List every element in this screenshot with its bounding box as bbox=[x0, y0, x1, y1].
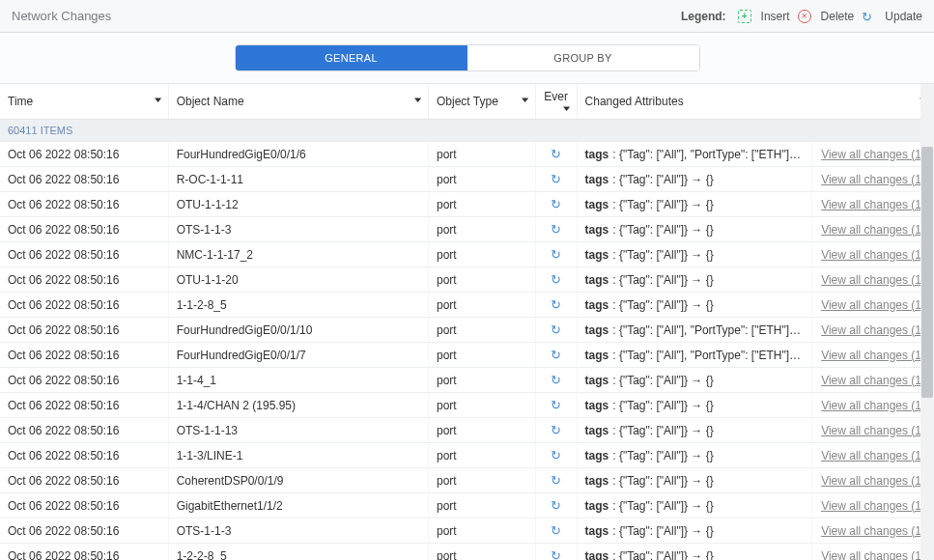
scrollbar-thumb[interactable] bbox=[921, 147, 933, 398]
view-changes-link[interactable]: View all changes (1) bbox=[811, 468, 933, 493]
update-icon: ↻ bbox=[551, 297, 561, 312]
cell-attr: tags: {"Tag": ["All"]} → {} bbox=[577, 192, 811, 217]
cell-name: 1-1-4_1 bbox=[168, 368, 428, 393]
cell-type: port bbox=[428, 318, 535, 343]
chevron-down-icon[interactable]: ▾ bbox=[413, 95, 421, 104]
chevron-down-icon[interactable]: ▾ bbox=[522, 95, 529, 104]
cell-event: ↻ bbox=[536, 293, 577, 318]
legend-label: Legend: bbox=[681, 10, 726, 23]
cell-event: ↻ bbox=[536, 418, 577, 443]
col-name[interactable]: Object Name▾ bbox=[168, 84, 428, 120]
delete-icon: × bbox=[798, 10, 811, 23]
cell-type: port bbox=[428, 493, 535, 518]
table-row[interactable]: Oct 06 2022 08:50:16OTS-1-1-13port↻tags:… bbox=[0, 418, 934, 443]
table-row[interactable]: Oct 06 2022 08:50:16OTS-1-1-3port↻tags: … bbox=[0, 217, 934, 242]
tabs-bar: GENERAL GROUP BY bbox=[0, 33, 934, 84]
table-row[interactable]: Oct 06 2022 08:50:161-1-4/CHAN 2 (195.95… bbox=[0, 393, 934, 418]
cell-attr: tags: {"Tag": ["All"]} → {} bbox=[577, 217, 811, 242]
table-row[interactable]: Oct 06 2022 08:50:16NMC-1-1-17_2port↻tag… bbox=[0, 242, 934, 267]
view-changes-link[interactable]: View all changes (1) bbox=[811, 418, 933, 443]
col-event[interactable]: Ever▾ bbox=[536, 84, 577, 120]
cell-type: port bbox=[428, 393, 535, 418]
page-title: Network Changes bbox=[12, 9, 111, 23]
cell-time: Oct 06 2022 08:50:16 bbox=[0, 518, 168, 544]
tab-groupby[interactable]: GROUP BY bbox=[467, 45, 699, 70]
table-row[interactable]: Oct 06 2022 08:50:161-1-3/LINE-1port↻tag… bbox=[0, 443, 934, 468]
cell-name: FourHundredGigE0/0/1/10 bbox=[168, 318, 428, 343]
cell-name: GigabitEthernet1/1/2 bbox=[168, 493, 428, 518]
update-icon: ↻ bbox=[551, 523, 561, 538]
view-changes-link[interactable]: View all changes (1) bbox=[811, 343, 933, 368]
cell-name: OTU-1-1-12 bbox=[168, 192, 428, 217]
view-changes-link[interactable]: View all changes (1) bbox=[811, 318, 933, 343]
cell-time: Oct 06 2022 08:50:16 bbox=[0, 343, 168, 368]
chevron-down-icon[interactable]: ▾ bbox=[562, 103, 570, 113]
cell-time: Oct 06 2022 08:50:16 bbox=[0, 217, 168, 242]
cell-time: Oct 06 2022 08:50:16 bbox=[0, 267, 168, 293]
table-row[interactable]: Oct 06 2022 08:50:16R-OC-1-1-11port↻tags… bbox=[0, 167, 934, 192]
cell-event: ↻ bbox=[536, 318, 577, 343]
view-changes-link[interactable]: View all changes (1) bbox=[811, 242, 933, 267]
update-icon: ↻ bbox=[551, 147, 561, 161]
view-changes-link[interactable]: View all changes (1) bbox=[811, 192, 933, 217]
view-changes-link[interactable]: View all changes (1) bbox=[811, 544, 933, 561]
cell-time: Oct 06 2022 08:50:16 bbox=[0, 318, 168, 343]
table-row[interactable]: Oct 06 2022 08:50:16FourHundredGigE0/0/1… bbox=[0, 142, 934, 167]
view-changes-link[interactable]: View all changes (1) bbox=[811, 293, 933, 318]
chevron-down-icon[interactable]: ▾ bbox=[154, 95, 161, 104]
cell-time: Oct 06 2022 08:50:16 bbox=[0, 192, 168, 217]
view-changes-link[interactable]: View all changes (1) bbox=[811, 443, 933, 468]
table-row[interactable]: Oct 06 2022 08:50:16GigabitEthernet1/1/2… bbox=[0, 493, 934, 518]
view-changes-link[interactable]: View all changes (1) bbox=[811, 393, 933, 418]
cell-type: port bbox=[428, 217, 535, 242]
table-row[interactable]: Oct 06 2022 08:50:161-1-2-8_5port↻tags: … bbox=[0, 293, 934, 318]
cell-name: OTS-1-1-13 bbox=[168, 418, 428, 443]
view-changes-link[interactable]: View all changes (1) bbox=[811, 217, 933, 242]
cell-event: ↻ bbox=[536, 544, 577, 561]
col-time[interactable]: Time▾ bbox=[0, 84, 168, 120]
cell-attr: tags: {"Tag": ["All"]} → {} bbox=[577, 293, 811, 318]
cell-attr: tags: {"Tag": ["All"]} → {} bbox=[577, 368, 811, 393]
update-icon: ↻ bbox=[551, 197, 561, 211]
legend: Legend: + Insert × Delete ↻ Update bbox=[681, 10, 922, 23]
table-row[interactable]: Oct 06 2022 08:50:16FourHundredGigE0/0/1… bbox=[0, 343, 934, 368]
view-changes-link[interactable]: View all changes (1) bbox=[811, 267, 933, 293]
cell-attr: tags: {"Tag": ["All"]} → {} bbox=[577, 418, 811, 443]
legend-insert: Insert bbox=[761, 10, 790, 23]
table-row[interactable]: Oct 06 2022 08:50:16FourHundredGigE0/0/1… bbox=[0, 318, 934, 343]
cell-event: ↻ bbox=[536, 393, 577, 418]
view-changes-link[interactable]: View all changes (1) bbox=[811, 167, 933, 192]
cell-event: ↻ bbox=[536, 242, 577, 267]
cell-type: port bbox=[428, 167, 535, 192]
view-changes-link[interactable]: View all changes (1) bbox=[811, 368, 933, 393]
vertical-scrollbar[interactable]: ▲ ▼ bbox=[920, 84, 934, 560]
table-row[interactable]: Oct 06 2022 08:50:161-1-4_1port↻tags: {"… bbox=[0, 368, 934, 393]
cell-event: ↻ bbox=[536, 518, 577, 544]
cell-time: Oct 06 2022 08:50:16 bbox=[0, 393, 168, 418]
update-icon: ↻ bbox=[551, 448, 561, 462]
panel-header: Network Changes Legend: + Insert × Delet… bbox=[0, 0, 934, 33]
view-changes-link[interactable]: View all changes (1) bbox=[811, 142, 933, 167]
table-row[interactable]: Oct 06 2022 08:50:16OTS-1-1-3port↻tags: … bbox=[0, 518, 934, 544]
table-row[interactable]: Oct 06 2022 08:50:16OTU-1-1-20port↻tags:… bbox=[0, 267, 934, 293]
table-row[interactable]: Oct 06 2022 08:50:16OTU-1-1-12port↻tags:… bbox=[0, 192, 934, 217]
update-icon: ↻ bbox=[862, 10, 875, 23]
cell-name: 1-1-2-8_5 bbox=[168, 293, 428, 318]
tab-general[interactable]: GENERAL bbox=[236, 45, 467, 70]
cell-attr: tags: {"Tag": ["All"]} → {} bbox=[577, 267, 811, 293]
view-changes-link[interactable]: View all changes (1) bbox=[811, 493, 933, 518]
item-count: 60411 ITEMS bbox=[0, 120, 934, 142]
cell-name: FourHundredGigE0/0/1/7 bbox=[168, 343, 428, 368]
col-attr[interactable]: Changed Attributes▾ bbox=[577, 84, 933, 120]
cell-time: Oct 06 2022 08:50:16 bbox=[0, 242, 168, 267]
table-row[interactable]: Oct 06 2022 08:50:161-2-2-8_5port↻tags: … bbox=[0, 544, 934, 561]
cell-attr: tags: {"Tag": ["All"], "PortType": ["ETH… bbox=[577, 343, 811, 368]
table-row[interactable]: Oct 06 2022 08:50:16CoherentDSP0/0/1/9po… bbox=[0, 468, 934, 493]
cell-name: 1-1-4/CHAN 2 (195.95) bbox=[168, 393, 428, 418]
cell-name: CoherentDSP0/0/1/9 bbox=[168, 468, 428, 493]
cell-time: Oct 06 2022 08:50:16 bbox=[0, 443, 168, 468]
view-changes-link[interactable]: View all changes (1) bbox=[811, 518, 933, 544]
col-type[interactable]: Object Type▾ bbox=[428, 84, 535, 120]
cell-type: port bbox=[428, 343, 535, 368]
cell-attr: tags: {"Tag": ["All"]} → {} bbox=[577, 468, 811, 493]
